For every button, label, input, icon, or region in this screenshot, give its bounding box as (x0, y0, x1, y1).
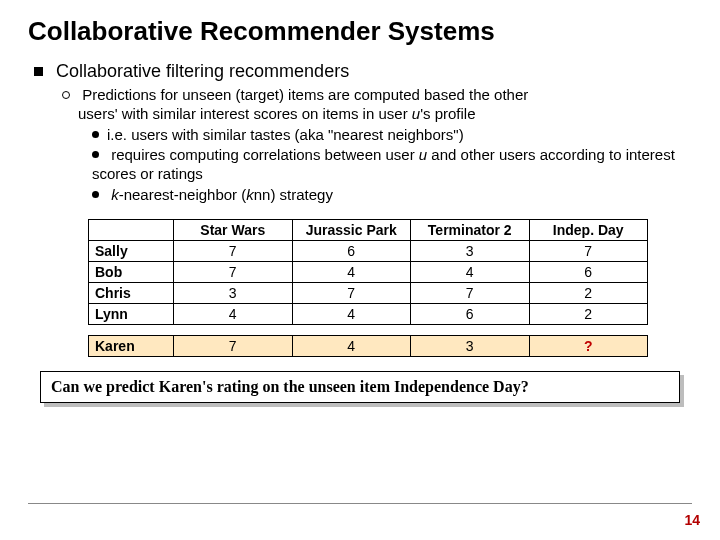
header-blank (89, 219, 174, 240)
bullet-list-l2: Predictions for unseen (target) items ar… (34, 86, 692, 205)
known-ratings-table: Star Wars Jurassic Park Terminator 2 Ind… (88, 219, 648, 325)
cell: 4 (411, 261, 530, 282)
bullet-l1-text: Collaborative filtering recommenders (56, 61, 349, 81)
cell: 7 (292, 282, 411, 303)
table-row: Karen 7 4 3 ? (89, 335, 648, 356)
cell: 4 (292, 335, 411, 356)
table-row: Lynn 4 4 6 2 (89, 303, 648, 324)
caption-box: Can we predict Karen's rating on the uns… (40, 371, 680, 403)
cell: 7 (174, 335, 293, 356)
query-ratings-table: Karen 7 4 3 ? (88, 335, 648, 357)
ratings-tables: Star Wars Jurassic Park Terminator 2 Ind… (88, 219, 648, 357)
row-name: Sally (89, 240, 174, 261)
cell: 4 (174, 303, 293, 324)
unknown-cell: ? (529, 335, 648, 356)
row-name: Lynn (89, 303, 174, 324)
cell: 3 (411, 335, 530, 356)
bullet-list: Collaborative filtering recommenders Pre… (28, 61, 692, 205)
page-number: 14 (684, 512, 700, 528)
cell: 6 (529, 261, 648, 282)
cell: 7 (174, 261, 293, 282)
col-header: Terminator 2 (411, 219, 530, 240)
cell: 6 (411, 303, 530, 324)
bullet-l3-knn: k-nearest-neighbor (knn) strategy (92, 186, 692, 205)
cell: 7 (529, 240, 648, 261)
col-header: Star Wars (174, 219, 293, 240)
bullet-l3-correlation: requires computing correlations between … (92, 146, 692, 184)
table-row: Sally 7 6 3 7 (89, 240, 648, 261)
caption-container: Can we predict Karen's rating on the uns… (40, 371, 680, 403)
bullet-l3-nn: i.e. users with similar tastes (aka "nea… (92, 126, 692, 145)
footer-divider (28, 503, 692, 504)
cell: 4 (292, 303, 411, 324)
cell: 7 (411, 282, 530, 303)
bullet-l1: Collaborative filtering recommenders Pre… (34, 61, 692, 205)
row-name: Karen (89, 335, 174, 356)
row-name: Chris (89, 282, 174, 303)
slide-title: Collaborative Recommender Systems (28, 16, 692, 47)
cell: 4 (292, 261, 411, 282)
cell: 7 (174, 240, 293, 261)
col-header: Jurassic Park (292, 219, 411, 240)
table-row: Bob 7 4 4 6 (89, 261, 648, 282)
bullet-l2-prediction: Predictions for unseen (target) items ar… (62, 86, 692, 205)
l2a-line1: Predictions for unseen (target) items ar… (82, 86, 528, 103)
l2a-line2: users' with similar interest scores on i… (62, 105, 692, 124)
bullet-list-l3: i.e. users with similar tastes (aka "nea… (62, 126, 692, 205)
table-header-row: Star Wars Jurassic Park Terminator 2 Ind… (89, 219, 648, 240)
row-name: Bob (89, 261, 174, 282)
cell: 2 (529, 303, 648, 324)
cell: 2 (529, 282, 648, 303)
col-header: Indep. Day (529, 219, 648, 240)
slide-content: Collaborative Recommender Systems Collab… (0, 0, 720, 403)
cell: 3 (411, 240, 530, 261)
table-row: Chris 3 7 7 2 (89, 282, 648, 303)
cell: 6 (292, 240, 411, 261)
cell: 3 (174, 282, 293, 303)
